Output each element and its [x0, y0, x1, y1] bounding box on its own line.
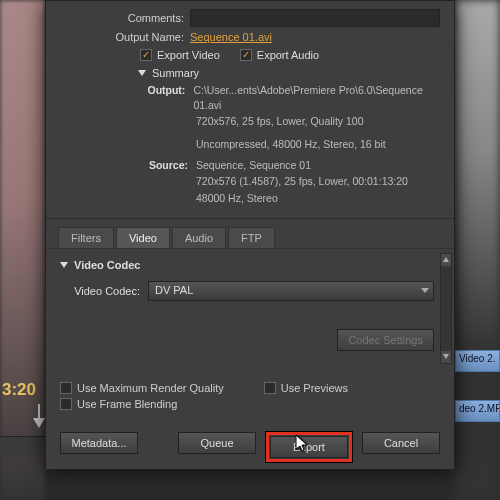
frame-blending-checkbox[interactable]: Use Frame Blending [60, 398, 177, 410]
output-name-link[interactable]: Sequence 01.avi [190, 31, 272, 43]
chevron-down-icon [138, 70, 146, 76]
arrow-down-icon [443, 354, 449, 359]
tab-audio[interactable]: Audio [172, 227, 226, 248]
metadata-button[interactable]: Metadata... [60, 432, 138, 454]
export-audio-checkbox[interactable]: ✓ Export Audio [240, 49, 319, 61]
summary-output-value: C:\User...ents\Adobe\Premiere Pro\6.0\Se… [193, 83, 440, 112]
comments-input[interactable] [190, 9, 440, 27]
summary-output-format: 720x576, 25 fps, Lower, Quality 100 [196, 114, 364, 129]
summary-source-value: Sequence, Sequence 01 [196, 158, 311, 173]
summary-source-audio: 48000 Hz, Stereo [196, 191, 278, 206]
summary-title: Summary [152, 67, 199, 79]
arrow-up-icon [443, 257, 449, 262]
export-video-checkbox[interactable]: ✓ Export Video [140, 49, 220, 61]
queue-button[interactable]: Queue [178, 432, 256, 454]
checkbox-icon [60, 398, 72, 410]
export-settings-dialog: Comments: Output Name: Sequence 01.avi ✓… [45, 0, 455, 470]
max-render-quality-checkbox[interactable]: Use Maximum Render Quality [60, 382, 224, 394]
scroll-down-button[interactable] [441, 351, 451, 363]
chevron-down-icon [421, 288, 429, 293]
video-codec-select[interactable]: DV PAL [148, 281, 434, 301]
checkbox-label: Export Audio [257, 49, 319, 61]
select-value: DV PAL [155, 284, 193, 296]
export-highlight: Export [266, 432, 352, 462]
checkbox-label: Use Previews [281, 382, 348, 394]
timeline-clip[interactable]: deo 2.MP [455, 400, 500, 422]
checkbox-icon [264, 382, 276, 394]
tab-bar: Filters Video Audio FTP [46, 219, 454, 248]
cancel-button[interactable]: Cancel [362, 432, 440, 454]
checkbox-label: Export Video [157, 49, 220, 61]
tab-filters[interactable]: Filters [58, 227, 114, 248]
checkbox-icon: ✓ [140, 49, 152, 61]
output-name-label: Output Name: [60, 31, 190, 43]
video-codec-section-toggle[interactable]: Video Codec [60, 259, 434, 271]
summary-output-audio: Uncompressed, 48000 Hz, Stereo, 16 bit [196, 137, 386, 152]
summary-source-label: Source: [138, 158, 196, 173]
summary-output-label: Output: [138, 83, 193, 112]
comments-label: Comments: [60, 12, 190, 24]
export-button[interactable]: Export [270, 436, 348, 458]
timeline-timecode[interactable]: 3:20 [2, 380, 36, 400]
tab-ftp[interactable]: FTP [228, 227, 275, 248]
track-row [0, 436, 45, 456]
section-title: Video Codec [74, 259, 140, 271]
use-previews-checkbox[interactable]: Use Previews [264, 382, 348, 394]
summary-source-format: 720x576 (1.4587), 25 fps, Lower, 00:01:1… [196, 174, 408, 189]
video-codec-label: Video Codec: [64, 285, 140, 297]
checkbox-icon: ✓ [240, 49, 252, 61]
playhead-icon[interactable] [33, 418, 45, 428]
summary-toggle[interactable]: Summary [138, 67, 440, 79]
codec-settings-button[interactable]: Codec Settings [337, 329, 434, 351]
scroll-up-button[interactable] [441, 254, 451, 266]
checkbox-label: Use Frame Blending [77, 398, 177, 410]
checkbox-icon [60, 382, 72, 394]
timeline-clip[interactable]: Video 2. [455, 350, 500, 372]
scrollbar[interactable] [440, 253, 452, 364]
checkbox-label: Use Maximum Render Quality [77, 382, 224, 394]
tab-video[interactable]: Video [116, 227, 170, 248]
playhead-stem [38, 404, 40, 418]
chevron-down-icon [60, 262, 68, 268]
